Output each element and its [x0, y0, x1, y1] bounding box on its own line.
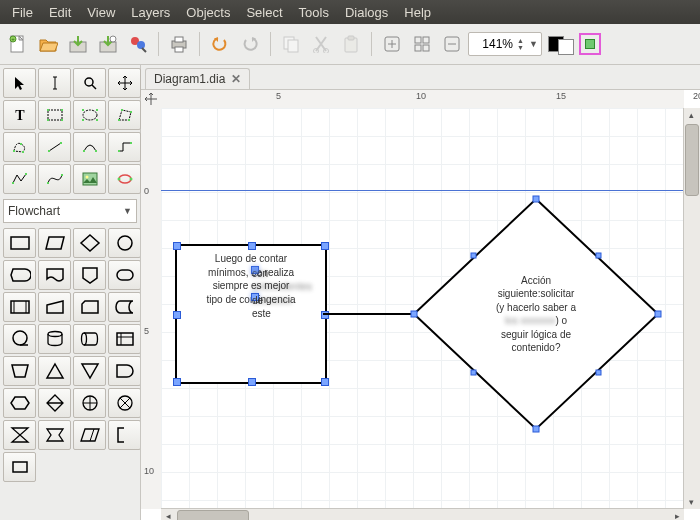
cut-icon[interactable] [307, 30, 335, 58]
tool-text[interactable]: T [3, 100, 36, 130]
svg-rect-53 [83, 173, 97, 185]
zoom-field[interactable]: ▲▼ ▼ [468, 32, 542, 56]
tool-pointer[interactable] [3, 68, 36, 98]
shape-merge[interactable] [73, 356, 106, 386]
svg-rect-50 [25, 173, 27, 175]
svg-rect-46 [95, 150, 97, 152]
flowchart-process-shape[interactable]: Luego de contar con con antecedentes mín… [175, 244, 327, 384]
menu-layers[interactable]: Layers [123, 2, 178, 23]
menu-help[interactable]: Help [396, 2, 439, 23]
shape-parallelogram[interactable] [38, 228, 71, 258]
zoom-spinner[interactable]: ▲▼ [515, 37, 526, 51]
canvas-viewport: 5 10 15 20 0 5 10 Luego de conta [141, 90, 700, 520]
save-icon[interactable] [64, 30, 92, 58]
shape-manual-op[interactable] [3, 356, 36, 386]
svg-rect-40 [20, 143, 22, 145]
menu-tools[interactable]: Tools [291, 2, 337, 23]
zoom-in-icon[interactable] [378, 30, 406, 58]
vertical-ruler: 0 5 10 [141, 108, 162, 509]
shape-card[interactable] [73, 292, 106, 322]
drawing-canvas[interactable]: Luego de contar con con antecedentes mín… [161, 108, 684, 509]
redo-icon[interactable] [236, 30, 264, 58]
svg-rect-38 [128, 119, 130, 121]
ruler-origin[interactable] [141, 90, 162, 109]
shape-loop[interactable] [38, 420, 71, 450]
shape-process[interactable] [3, 228, 36, 258]
shape-decision[interactable] [73, 228, 106, 258]
menu-objects[interactable]: Objects [178, 2, 238, 23]
tool-arc[interactable] [73, 132, 106, 162]
tool-bezier[interactable] [38, 164, 71, 194]
zoom-out-icon[interactable] [438, 30, 466, 58]
shape-sum[interactable] [108, 388, 140, 418]
shape-predef[interactable] [3, 292, 36, 322]
svg-point-54 [85, 176, 88, 179]
tool-magnify[interactable] [73, 68, 106, 98]
horizontal-scrollbar[interactable]: ◂ ▸ [161, 508, 684, 520]
shape-collate[interactable] [3, 420, 36, 450]
undo-icon[interactable] [206, 30, 234, 58]
tool-palette: T [0, 65, 140, 197]
svg-rect-49 [12, 182, 14, 184]
shape-offpage[interactable] [73, 260, 106, 290]
copy-icon[interactable] [277, 30, 305, 58]
svg-rect-78 [13, 462, 27, 472]
svg-rect-36 [121, 109, 123, 111]
menu-file[interactable]: File [4, 2, 41, 23]
tool-scroll[interactable] [108, 68, 141, 98]
close-icon[interactable]: ✕ [231, 72, 241, 86]
tool-line[interactable] [38, 132, 71, 162]
paste-icon[interactable] [337, 30, 365, 58]
export-icon[interactable] [124, 30, 152, 58]
tool-image[interactable] [73, 164, 106, 194]
shape-terminal[interactable] [108, 260, 140, 290]
tool-zigzag[interactable] [108, 132, 141, 162]
shape-document[interactable] [38, 260, 71, 290]
zoom-input[interactable] [469, 37, 515, 51]
shape-data[interactable] [73, 420, 106, 450]
vertical-scrollbar[interactable]: ▴ ▾ [683, 108, 700, 509]
shape-delay[interactable] [108, 356, 140, 386]
shape-internal[interactable] [108, 324, 140, 354]
shape-display[interactable] [3, 260, 36, 290]
zoom-dropdown-icon[interactable]: ▼ [526, 39, 541, 49]
tool-beziergon[interactable] [3, 132, 36, 162]
zoom-grid-icon[interactable] [408, 30, 436, 58]
shape-annotation[interactable] [108, 420, 140, 450]
tool-box[interactable] [38, 100, 71, 130]
menu-dialogs[interactable]: Dialogs [337, 2, 396, 23]
document-tab[interactable]: Diagram1.dia ✕ [145, 68, 250, 89]
background-color[interactable] [558, 39, 574, 55]
tool-outline[interactable] [108, 164, 141, 194]
shape-sort[interactable] [38, 388, 71, 418]
sheet-selector[interactable]: Flowchart ▼ [3, 199, 137, 223]
tool-polyline[interactable] [3, 164, 36, 194]
svg-rect-41 [22, 151, 24, 153]
flowchart-decision-shape[interactable]: Acción siguiente:solicitar (y hacerlo sa… [411, 196, 661, 432]
shape-connector[interactable] [108, 228, 140, 258]
menu-view[interactable]: View [79, 2, 123, 23]
pattern-swatch-icon[interactable] [576, 30, 604, 58]
menu-select[interactable]: Select [238, 2, 290, 23]
shape-generic[interactable] [3, 452, 36, 482]
shape-extract[interactable] [38, 356, 71, 386]
tool-ellipse[interactable] [73, 100, 106, 130]
menu-edit[interactable]: Edit [41, 2, 79, 23]
tool-text-cursor[interactable] [38, 68, 71, 98]
color-swatches[interactable] [548, 33, 574, 55]
open-icon[interactable] [34, 30, 62, 58]
svg-rect-25 [48, 110, 62, 120]
shape-drum[interactable] [73, 324, 106, 354]
shape-disk[interactable] [38, 324, 71, 354]
save-as-icon[interactable] [94, 30, 122, 58]
tool-polygon[interactable] [108, 100, 141, 130]
shape-preparation[interactable] [3, 388, 36, 418]
print-icon[interactable] [165, 30, 193, 58]
svg-rect-37 [130, 111, 132, 113]
shape-stored[interactable] [108, 292, 140, 322]
shape-manual-input[interactable] [38, 292, 71, 322]
new-icon[interactable]: + [4, 30, 32, 58]
shape-tape[interactable] [3, 324, 36, 354]
svg-rect-51 [47, 182, 49, 184]
shape-or[interactable] [73, 388, 106, 418]
